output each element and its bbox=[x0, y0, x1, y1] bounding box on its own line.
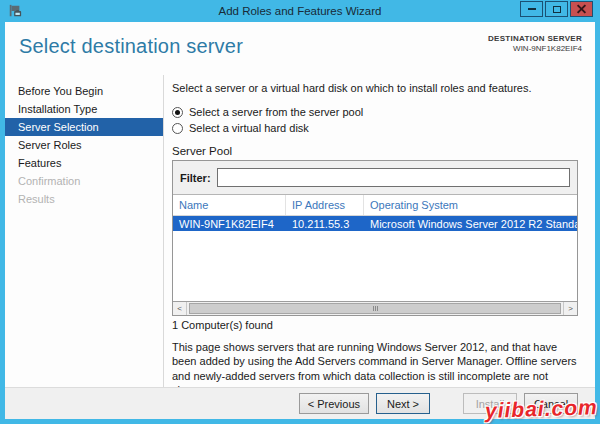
sidebar-item-installation-type[interactable]: Installation Type bbox=[5, 100, 163, 118]
wizard-window: Add Roles and Features Wizard Select des… bbox=[0, 0, 600, 424]
window-title: Add Roles and Features Wizard bbox=[0, 5, 600, 17]
maximize-icon bbox=[553, 6, 561, 13]
sidebar-item-server-roles[interactable]: Server Roles bbox=[5, 136, 163, 154]
column-header-ip-address[interactable]: IP Address bbox=[286, 195, 364, 215]
wizard-steps-sidebar: Before You Begin Installation Type Serve… bbox=[5, 75, 163, 387]
horizontal-scrollbar[interactable]: < > bbox=[173, 301, 577, 315]
column-header-operating-system[interactable]: Operating System bbox=[364, 199, 577, 211]
table-row[interactable]: WIN-9NF1K82EIF4 10.211.55.3 Microsoft Wi… bbox=[173, 216, 577, 231]
server-pool-box: Filter: Name IP Address Operating System… bbox=[172, 160, 578, 316]
radio-button-icon[interactable] bbox=[172, 107, 183, 118]
radio-server-pool-label: Select a server from the server pool bbox=[189, 106, 363, 118]
close-icon bbox=[577, 5, 586, 14]
radio-virtual-hard-disk[interactable]: Select a virtual hard disk bbox=[172, 120, 578, 136]
wizard-header: Select destination server DESTINATION SE… bbox=[5, 22, 595, 75]
table-header: Name IP Address Operating System bbox=[173, 195, 577, 216]
sidebar-item-confirmation: Confirmation bbox=[5, 172, 163, 190]
destination-server-name: WIN-9NF1K82EIF4 bbox=[488, 44, 582, 54]
scrollbar-grip bbox=[373, 306, 374, 311]
titlebar[interactable]: Add Roles and Features Wizard bbox=[0, 0, 600, 22]
install-button: Install bbox=[463, 393, 517, 414]
radio-server-pool[interactable]: Select a server from the server pool bbox=[172, 104, 578, 120]
filter-label: Filter: bbox=[180, 172, 211, 184]
cell-server-name: WIN-9NF1K82EIF4 bbox=[173, 218, 286, 230]
radio-virtual-hard-disk-label: Select a virtual hard disk bbox=[189, 122, 309, 134]
radio-button-icon[interactable] bbox=[172, 123, 183, 134]
scrollbar-thumb[interactable] bbox=[189, 303, 561, 314]
destination-server-label: DESTINATION SERVER bbox=[488, 34, 582, 44]
destination-server-block: DESTINATION SERVER WIN-9NF1K82EIF4 bbox=[488, 34, 582, 55]
minimize-icon bbox=[528, 8, 536, 10]
maximize-button[interactable] bbox=[545, 1, 568, 17]
close-button[interactable] bbox=[570, 1, 593, 17]
cell-operating-system: Microsoft Windows Server 2012 R2 Standar… bbox=[364, 218, 577, 230]
cancel-button[interactable]: Cancel bbox=[524, 393, 578, 414]
sidebar-item-server-selection[interactable]: Server Selection bbox=[5, 118, 163, 136]
scrollbar-grip bbox=[377, 306, 378, 311]
wizard-flag-icon bbox=[8, 4, 22, 18]
cell-ip-address: 10.211.55.3 bbox=[286, 218, 364, 230]
window-controls bbox=[520, 1, 593, 17]
table-empty-area bbox=[173, 231, 577, 301]
next-button[interactable]: Next > bbox=[376, 393, 430, 414]
filter-row: Filter: bbox=[173, 161, 577, 195]
scrollbar-grip bbox=[375, 306, 376, 311]
wizard-content: Select a server or a virtual hard disk o… bbox=[163, 75, 595, 387]
column-header-name[interactable]: Name bbox=[173, 195, 286, 215]
wizard-footer: < Previous Next > Install Cancel bbox=[5, 387, 595, 419]
server-pool-label: Server Pool bbox=[172, 145, 578, 157]
filter-input[interactable] bbox=[217, 168, 570, 187]
sidebar-item-features[interactable]: Features bbox=[5, 154, 163, 172]
scrollbar-track[interactable] bbox=[187, 302, 563, 315]
scroll-right-button[interactable]: > bbox=[563, 302, 577, 315]
page-title: Select destination server bbox=[19, 35, 243, 58]
intro-text: Select a server or a virtual hard disk o… bbox=[172, 82, 578, 94]
sidebar-item-results: Results bbox=[5, 190, 163, 208]
sidebar-item-before-you-begin[interactable]: Before You Begin bbox=[5, 82, 163, 100]
scroll-left-button[interactable]: < bbox=[173, 302, 187, 315]
minimize-button[interactable] bbox=[520, 1, 543, 17]
wizard-body: Select destination server DESTINATION SE… bbox=[5, 22, 595, 419]
computers-found-text: 1 Computer(s) found bbox=[172, 319, 578, 331]
previous-button[interactable]: < Previous bbox=[299, 393, 369, 414]
